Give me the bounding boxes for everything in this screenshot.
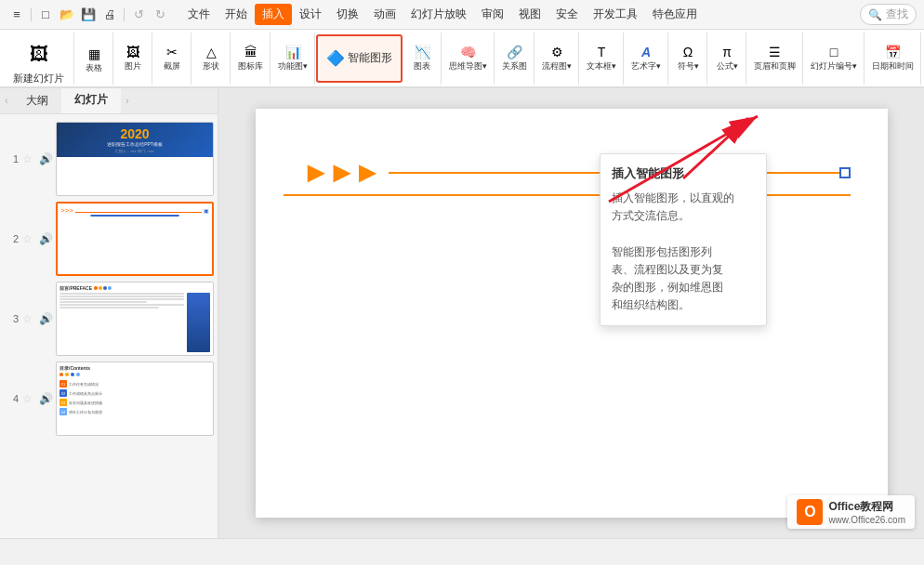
headerfooter-icon: ☰ — [769, 45, 781, 59]
redo-icon[interactable]: ↻ — [151, 6, 169, 24]
menu-design[interactable]: 设计 — [292, 4, 329, 25]
slide-thumb-4[interactable]: 目录/Contents 01 工作任务完成情况 — [56, 361, 214, 436]
slide-item-2[interactable]: 2 ☆ 🔊 >>> ▣ — [4, 202, 214, 276]
divider — [31, 8, 32, 21]
search-label: 查找 — [886, 7, 908, 22]
slide-star-4[interactable]: ☆ — [22, 392, 35, 405]
slide-item-1[interactable]: 1 ☆ 🔊 2020 述职报告工作总结PPT模板 汇报人：xxx 部门：xxx — [4, 122, 214, 196]
funcdiag-label: 功能图▾ — [278, 60, 308, 72]
smartart-button[interactable]: 🔷 智能图形 — [323, 48, 395, 68]
new-slide-button[interactable]: 🖼 新建幻灯片 — [7, 36, 70, 88]
picture-button[interactable]: 🖼 图片 — [118, 44, 148, 73]
print-icon[interactable]: 🖨 — [100, 6, 119, 24]
slide-canvas: ►►► 插入智能图形 插入智能图形，以直观的 方式交流信息。 智能图形包括图形列… — [256, 109, 888, 518]
title-bar: ≡ □ 📂 💾 🖨 ↺ ↻ 文件 开始 插入 设计 切换 动画 幻灯片放映 审阅… — [0, 0, 924, 30]
chart-label: 图表 — [414, 60, 430, 72]
status-bar — [0, 538, 924, 564]
slide-speaker-2: 🔊 — [39, 232, 52, 245]
menu-devtools[interactable]: 开发工具 — [586, 4, 645, 25]
sidebar-scroll-right[interactable]: › — [121, 96, 134, 106]
search-icon: 🔍 — [868, 8, 882, 21]
slidenumber-button[interactable]: □ 幻灯片编号▾ — [808, 44, 860, 73]
slides-panel: 1 ☆ 🔊 2020 述职报告工作总结PPT模板 汇报人：xxx 部门：xxx … — [0, 114, 218, 538]
chart-button[interactable]: 📉 图表 — [407, 44, 437, 73]
sidebar-scroll-left[interactable]: ‹ — [0, 96, 13, 106]
smartart-label: 智能图形 — [348, 50, 392, 66]
shape-button[interactable]: △ 形状 — [196, 44, 226, 73]
slide-star-2[interactable]: ☆ — [22, 232, 35, 245]
slide-view[interactable]: ►►► 插入智能图形 插入智能图形，以直观的 方式交流信息。 智能图形包括图形列… — [218, 88, 924, 538]
thumb3-title: 前言/PREFACE — [59, 285, 92, 291]
office-brand: Office教程网 www.Office26.com — [828, 499, 905, 525]
sidebar-tab-outline[interactable]: 大纲 — [13, 89, 61, 112]
slidenumber-label: 幻灯片编号▾ — [811, 60, 857, 72]
textbox-button[interactable]: T 文本框▾ — [584, 44, 619, 73]
slide-item-4[interactable]: 4 ☆ 🔊 目录/Contents 01 — [4, 361, 214, 436]
menu-view[interactable]: 视图 — [511, 4, 548, 25]
symbol-label: 符号▾ — [678, 60, 699, 72]
menu-file[interactable]: 文件 — [180, 4, 218, 25]
formula-icon: π — [722, 45, 732, 59]
iconlib-button[interactable]: 🏛 图标库 — [235, 44, 266, 73]
relation-button[interactable]: 🔗 关系图 — [499, 44, 530, 73]
search-box[interactable]: 🔍 查找 — [860, 4, 917, 25]
slide-star-3[interactable]: ☆ — [22, 312, 35, 325]
undo-icon[interactable]: ↺ — [129, 6, 148, 24]
menu-icon[interactable]: ≡ — [7, 6, 26, 24]
formula-button[interactable]: π 公式▾ — [712, 44, 742, 73]
funcdiag-button[interactable]: 📊 功能图▾ — [275, 44, 310, 73]
open-icon[interactable]: 📂 — [58, 6, 76, 24]
screenshot-button[interactable]: ✂ 截屏 — [157, 44, 187, 73]
slide-number-4: 4 — [4, 393, 19, 404]
menu-special[interactable]: 特色应用 — [645, 4, 705, 25]
sidebar-tab-slides[interactable]: 幻灯片 — [61, 88, 121, 113]
thumb1-year: 2020 — [120, 126, 149, 141]
shape-icon: △ — [206, 45, 217, 59]
new-icon[interactable]: □ — [36, 6, 55, 24]
table-button[interactable]: ▦ 表格 — [79, 46, 109, 75]
picture-icon: 🖼 — [126, 45, 139, 59]
thumb2-corner: ▣ — [204, 207, 209, 214]
office-site-url: www.Office26.com — [828, 515, 905, 525]
slide-item-3[interactable]: 3 ☆ 🔊 前言/PREFACE — [4, 282, 214, 356]
menu-security[interactable]: 安全 — [548, 4, 586, 25]
menu-start[interactable]: 开始 — [218, 4, 255, 25]
headerfooter-button[interactable]: ☰ 页眉和页脚 — [751, 44, 799, 73]
shape-label: 形状 — [203, 60, 219, 72]
slide-speaker-1: 🔊 — [39, 152, 52, 165]
slide-thumb-1[interactable]: 2020 述职报告工作总结PPT模板 汇报人：xxx 部门：xxx — [56, 122, 214, 196]
wordart-icon: A — [641, 45, 651, 59]
datetime-button[interactable]: 📅 日期和时间 — [869, 44, 917, 73]
screenshot-label: 截屏 — [164, 60, 180, 72]
wordart-button[interactable]: A 艺术字▾ — [628, 44, 664, 73]
main-area: ‹ 大纲 幻灯片 › 1 ☆ 🔊 2020 述职报告工作总结PPT模板 汇报人：… — [0, 88, 924, 538]
symbol-button[interactable]: Ω 符号▾ — [673, 44, 703, 73]
menu-slideshow[interactable]: 幻灯片放映 — [403, 4, 474, 25]
slide-thumb-3[interactable]: 前言/PREFACE — [56, 282, 214, 356]
menu-animation[interactable]: 动画 — [366, 4, 403, 25]
slide-number-3: 3 — [4, 313, 19, 324]
menu-insert[interactable]: 插入 — [255, 4, 292, 25]
ribbon: 🖼 新建幻灯片 ▦ 表格 🖼 图片 — [0, 30, 924, 88]
slide-thumb-2[interactable]: >>> ▣ — [56, 202, 214, 276]
flowchart-icon: ⚙ — [551, 45, 563, 59]
office-logo-icon: O — [797, 499, 823, 525]
sidebar: ‹ 大纲 幻灯片 › 1 ☆ 🔊 2020 述职报告工作总结PPT模板 汇报人：… — [0, 88, 218, 538]
menu-review[interactable]: 审阅 — [474, 4, 511, 25]
mindmap-button[interactable]: 🧠 思维导图▾ — [446, 44, 490, 73]
save-icon[interactable]: 💾 — [79, 6, 98, 24]
tooltip-line2: 方式交流信息。 — [612, 209, 690, 222]
office-site-name: Office教程网 — [828, 499, 905, 515]
tooltip-title: 插入智能图形 — [612, 165, 755, 182]
divider — [124, 8, 125, 21]
tooltip-line5: 表、流程图以及更为复 — [612, 263, 723, 276]
slide-speaker-3: 🔊 — [39, 312, 52, 325]
textbox-label: 文本框▾ — [587, 60, 616, 72]
menu-transition[interactable]: 切换 — [329, 4, 366, 25]
flowchart-button[interactable]: ⚙ 流程图▾ — [539, 44, 574, 73]
symbol-icon: Ω — [683, 45, 693, 59]
tooltip-popup: 插入智能图形 插入智能图形，以直观的 方式交流信息。 智能图形包括图形列 表、流… — [600, 153, 767, 326]
thumb2-center-box — [90, 215, 179, 217]
table-label: 表格 — [86, 62, 102, 74]
slide-star-1[interactable]: ☆ — [22, 152, 35, 165]
